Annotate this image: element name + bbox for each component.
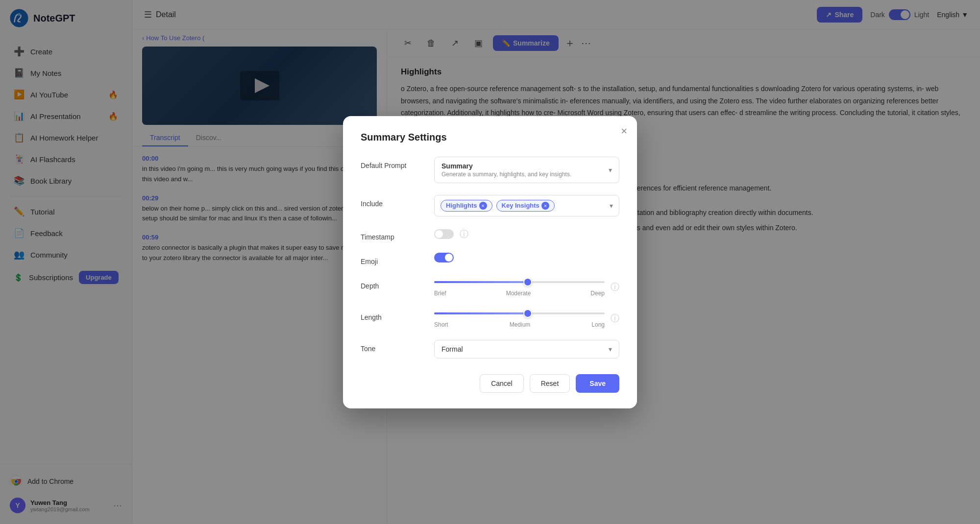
depth-min-label: Brief bbox=[434, 290, 446, 297]
depth-thumb[interactable] bbox=[523, 278, 532, 286]
timestamp-control: ⓘ bbox=[434, 228, 619, 240]
form-row-timestamp: Timestamp ⓘ bbox=[361, 228, 619, 241]
tag-highlights-remove[interactable]: × bbox=[479, 202, 487, 210]
length-mid-label: Medium bbox=[510, 321, 531, 328]
prompt-control: Summary Generate a summary, highlights, … bbox=[434, 157, 619, 183]
length-slider-row: Short Medium Long ⓘ bbox=[434, 309, 619, 328]
length-labels: Short Medium Long bbox=[434, 321, 605, 328]
summary-settings-modal: Summary Settings × Default Prompt Summar… bbox=[343, 116, 637, 408]
tag-key-insights-remove[interactable]: × bbox=[541, 202, 549, 210]
modal-title: Summary Settings bbox=[361, 132, 619, 143]
emoji-label: Emoji bbox=[361, 253, 424, 265]
tone-value: Formal bbox=[441, 345, 463, 353]
depth-track bbox=[434, 281, 605, 283]
emoji-control bbox=[434, 253, 619, 262]
tag-key-insights-label: Key Insights bbox=[502, 202, 539, 209]
emoji-toggle-knob bbox=[445, 254, 453, 262]
prompt-desc: Generate a summary, highlights, and key … bbox=[441, 171, 571, 178]
depth-info-icon[interactable]: ⓘ bbox=[611, 281, 619, 293]
depth-max-label: Deep bbox=[590, 290, 605, 297]
prompt-dropdown[interactable]: Summary Generate a summary, highlights, … bbox=[434, 157, 619, 183]
include-control: Highlights × Key Insights × ▾ bbox=[434, 195, 619, 216]
depth-fill bbox=[434, 281, 528, 283]
timestamp-info-icon[interactable]: ⓘ bbox=[460, 228, 468, 240]
emoji-toggle-row bbox=[434, 253, 619, 262]
reset-button[interactable]: Reset bbox=[530, 374, 570, 393]
timestamp-toggle-row: ⓘ bbox=[434, 228, 619, 240]
tag-highlights-label: Highlights bbox=[446, 202, 477, 209]
depth-mid-label: Moderate bbox=[506, 290, 531, 297]
tone-dropdown[interactable]: Formal ▾ bbox=[434, 340, 619, 358]
tone-control: Formal ▾ bbox=[434, 340, 619, 358]
form-row-prompt: Default Prompt Summary Generate a summar… bbox=[361, 157, 619, 183]
form-row-include: Include Highlights × Key Insights × ▾ bbox=[361, 195, 619, 216]
depth-slider-row: Brief Moderate Deep ⓘ bbox=[434, 277, 619, 297]
cancel-button[interactable]: Cancel bbox=[480, 374, 524, 393]
timestamp-toggle[interactable] bbox=[434, 229, 454, 239]
tag-highlights: Highlights × bbox=[441, 200, 492, 212]
modal-close-button[interactable]: × bbox=[621, 125, 627, 138]
length-info-icon[interactable]: ⓘ bbox=[611, 312, 619, 324]
length-fill bbox=[434, 312, 528, 314]
form-row-tone: Tone Formal ▾ bbox=[361, 340, 619, 358]
length-slider-wrap bbox=[434, 309, 605, 318]
prompt-label: Default Prompt bbox=[361, 157, 424, 169]
length-track bbox=[434, 312, 605, 314]
prompt-value-wrap: Summary Generate a summary, highlights, … bbox=[441, 162, 571, 178]
include-label: Include bbox=[361, 195, 424, 208]
timestamp-toggle-knob bbox=[435, 230, 443, 238]
depth-range: Brief Moderate Deep bbox=[434, 277, 605, 297]
depth-labels: Brief Moderate Deep bbox=[434, 290, 605, 297]
include-chevron-icon: ▾ bbox=[610, 202, 613, 210]
depth-control: Brief Moderate Deep ⓘ bbox=[434, 277, 619, 297]
tone-label: Tone bbox=[361, 340, 424, 353]
modal-actions: Cancel Reset Save bbox=[361, 374, 619, 393]
save-button[interactable]: Save bbox=[576, 374, 619, 393]
length-control: Short Medium Long ⓘ bbox=[434, 309, 619, 328]
length-thumb[interactable] bbox=[523, 309, 532, 318]
tag-key-insights: Key Insights × bbox=[496, 200, 555, 212]
tags-input[interactable]: Highlights × Key Insights × ▾ bbox=[434, 195, 619, 216]
depth-label: Depth bbox=[361, 277, 424, 290]
form-row-emoji: Emoji bbox=[361, 253, 619, 265]
prompt-value: Summary bbox=[441, 162, 473, 170]
length-min-label: Short bbox=[434, 321, 448, 328]
tone-chevron-icon: ▾ bbox=[609, 345, 612, 353]
depth-slider-wrap bbox=[434, 277, 605, 287]
form-row-depth: Depth Brief Moderate Deep bbox=[361, 277, 619, 297]
length-label: Length bbox=[361, 309, 424, 321]
length-max-label: Long bbox=[591, 321, 605, 328]
prompt-chevron-icon: ▾ bbox=[609, 166, 612, 174]
timestamp-label: Timestamp bbox=[361, 228, 424, 241]
form-row-length: Length Short Medium Long bbox=[361, 309, 619, 328]
modal-overlay[interactable]: Summary Settings × Default Prompt Summar… bbox=[0, 0, 980, 524]
length-range: Short Medium Long bbox=[434, 309, 605, 328]
emoji-toggle[interactable] bbox=[434, 253, 454, 262]
